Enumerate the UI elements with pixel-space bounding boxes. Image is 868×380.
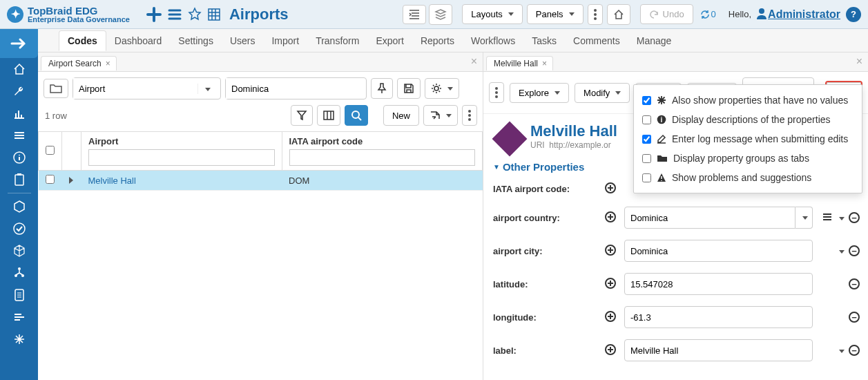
check-circle-icon[interactable] <box>0 218 38 240</box>
list-icon[interactable] <box>822 213 832 223</box>
clipboard-icon[interactable] <box>0 169 38 191</box>
chart-icon[interactable] <box>0 102 38 124</box>
stack-icon[interactable] <box>0 124 38 146</box>
menu-tab-manage[interactable]: Manage <box>628 31 680 50</box>
more-menu[interactable] <box>588 4 603 25</box>
menu-tab-users[interactable]: Users <box>222 31 264 50</box>
label-input[interactable] <box>624 339 813 361</box>
select-all-checkbox[interactable] <box>46 146 55 155</box>
chevron-down-icon[interactable] <box>197 84 215 94</box>
add-value-icon[interactable] <box>604 245 617 258</box>
menu-tab-export[interactable]: Export <box>367 31 412 50</box>
chevron-down-icon[interactable] <box>836 246 845 256</box>
country-select[interactable] <box>225 77 367 99</box>
more-vertical-icon[interactable] <box>489 82 504 103</box>
more-vertical-icon[interactable] <box>462 105 477 126</box>
gear-dropdown-left[interactable] <box>425 78 459 99</box>
opt-show-descriptions[interactable]: i Display descriptions of the properties <box>641 110 855 129</box>
add-value-icon[interactable] <box>604 344 617 357</box>
menu-tab-reports[interactable]: Reports <box>412 31 463 50</box>
menu-tab-codes[interactable]: Codes <box>59 30 106 51</box>
checkbox[interactable] <box>642 115 651 124</box>
search-button[interactable] <box>345 105 368 126</box>
modify-dropdown[interactable]: Modify <box>575 83 630 103</box>
search-panel-tab[interactable]: Airport Search × <box>41 56 117 70</box>
close-icon[interactable]: × <box>542 59 547 68</box>
country-value-input[interactable] <box>624 207 795 229</box>
menu-tab-tasks[interactable]: Tasks <box>523 31 565 50</box>
longitude-input[interactable] <box>624 306 813 328</box>
new-button[interactable]: New <box>383 105 419 126</box>
indent-icon[interactable] <box>403 5 426 24</box>
add-icon[interactable] <box>144 4 164 25</box>
add-value-icon[interactable] <box>604 278 617 291</box>
remove-value-icon[interactable]: − <box>849 345 860 356</box>
opt-log-message[interactable]: Enter log message when submitting edits <box>641 129 855 149</box>
table-row[interactable]: Melville Hall DOM <box>39 171 483 191</box>
checkbox[interactable] <box>642 135 651 144</box>
remove-value-icon[interactable]: − <box>849 278 860 289</box>
export-dropdown[interactable] <box>423 105 458 126</box>
asterisk-icon[interactable] <box>0 328 38 350</box>
opt-show-problems[interactable]: Show problems and suggestions <box>641 168 855 187</box>
checkbox[interactable] <box>642 154 651 163</box>
doc-icon[interactable] <box>0 284 38 306</box>
checkbox[interactable] <box>642 96 651 105</box>
menu-tab-import[interactable]: Import <box>263 31 307 50</box>
cube-icon[interactable] <box>0 240 38 262</box>
expand-row-icon[interactable] <box>69 177 73 184</box>
latitude-input[interactable] <box>624 273 813 295</box>
panels-dropdown[interactable]: Panels <box>527 4 584 24</box>
add-value-icon[interactable] <box>604 182 617 196</box>
airport-filter-input[interactable] <box>88 149 275 166</box>
iata-filter-input[interactable] <box>289 149 476 166</box>
pin-icon[interactable] <box>371 78 393 99</box>
wrench-icon[interactable] <box>0 80 38 102</box>
lines-icon[interactable] <box>0 306 38 328</box>
close-icon[interactable]: × <box>106 59 110 68</box>
sidebar-expand-icon[interactable] <box>0 29 38 58</box>
grid-icon[interactable] <box>204 5 224 24</box>
chevron-down-icon[interactable] <box>836 213 845 223</box>
app-logo[interactable]: ✦ TopBraid EDG Enterprise Data Governanc… <box>7 6 130 23</box>
tree-icon[interactable] <box>0 262 38 284</box>
remove-value-icon[interactable]: − <box>849 212 860 223</box>
star-icon[interactable] <box>185 5 204 24</box>
folder-icon[interactable] <box>44 79 68 98</box>
home-button[interactable] <box>607 4 630 25</box>
undo-button[interactable]: Undo <box>640 4 693 24</box>
hexagon-icon[interactable] <box>0 196 38 218</box>
menu-tab-comments[interactable]: Comments <box>565 31 628 50</box>
columns-icon[interactable] <box>317 105 340 126</box>
filter-icon[interactable] <box>291 105 313 126</box>
add-value-icon[interactable] <box>604 311 617 324</box>
panel-close-icon[interactable]: × <box>471 55 477 68</box>
menu-tab-workflows[interactable]: Workflows <box>463 31 523 50</box>
layers-icon[interactable] <box>429 4 452 25</box>
form-panel-tab[interactable]: Melville Hall × <box>486 56 553 70</box>
home-icon[interactable] <box>0 58 38 80</box>
layouts-dropdown[interactable]: Layouts <box>462 4 523 24</box>
class-select[interactable] <box>73 77 221 99</box>
checkbox[interactable] <box>642 173 651 182</box>
menu-tab-settings[interactable]: Settings <box>170 31 222 50</box>
opt-groups-as-tabs[interactable]: Display property groups as tabs <box>641 149 855 168</box>
city-value-input[interactable] <box>624 240 813 262</box>
list-icon[interactable] <box>164 4 185 25</box>
save-icon[interactable] <box>397 78 421 99</box>
add-value-icon[interactable] <box>604 211 617 225</box>
country-input[interactable] <box>226 78 360 99</box>
remove-value-icon[interactable]: − <box>849 312 860 323</box>
info-icon[interactable] <box>0 146 38 169</box>
opt-show-empty[interactable]: Also show properties that have no values <box>641 91 855 110</box>
menu-tab-dashboard[interactable]: Dashboard <box>106 31 171 50</box>
user-link[interactable]: Administrator <box>768 8 840 21</box>
chevron-down-icon[interactable] <box>836 345 845 356</box>
remove-value-icon[interactable]: − <box>849 245 860 256</box>
menu-tab-transform[interactable]: Transform <box>307 31 367 50</box>
airport-link[interactable]: Melville Hall <box>88 175 136 186</box>
row-checkbox[interactable] <box>46 175 55 184</box>
help-icon[interactable]: ? <box>846 7 861 22</box>
class-input[interactable] <box>73 78 197 99</box>
refresh-indicator[interactable]: 0 <box>700 9 716 19</box>
